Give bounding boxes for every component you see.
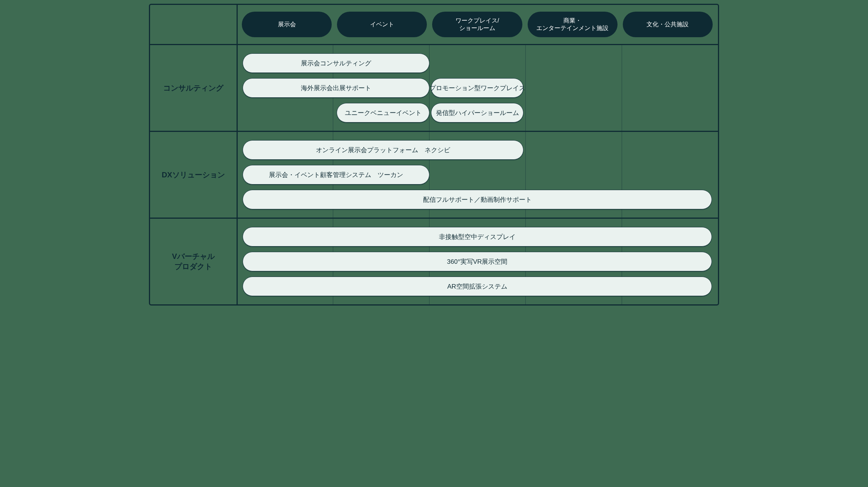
service-pill[interactable]: 発信型ハイパーショールーム	[431, 103, 524, 123]
row-label: コンサルティング	[150, 45, 237, 131]
service-pill[interactable]: 360°実写VR展示空間	[243, 252, 712, 271]
service-pill[interactable]: 海外展示会出展サポート	[243, 78, 429, 98]
row-matrix: オンライン展示会プラットフォーム ネクシビ展示会・イベント顧客管理システム ツー…	[237, 132, 718, 218]
row-label: DXソリューション	[150, 132, 237, 218]
service-pill[interactable]: プロモーション型ワークプレイス	[431, 78, 524, 98]
matrix-row: コンサルティング展示会コンサルティング海外展示会出展サポートプロモーション型ワー…	[150, 45, 718, 132]
column-header: イベント	[337, 12, 427, 37]
row-label: Vバーチャル プロダクト	[150, 219, 237, 304]
service-pill[interactable]: 展示会コンサルティング	[243, 53, 429, 73]
service-pill[interactable]: 配信フルサポート／動画制作サポート	[243, 190, 712, 209]
row-matrix: 展示会コンサルティング海外展示会出展サポートプロモーション型ワークプレイスユニー…	[237, 45, 718, 131]
column-header: 文化・公共施設	[623, 12, 713, 37]
column-header: ワークプレイス/ ショールーム	[432, 12, 522, 37]
service-pill[interactable]: オンライン展示会プラットフォーム ネクシビ	[243, 140, 524, 160]
matrix-row: Vバーチャル プロダクト非接触型空中ディスプレイ360°実写VR展示空間AR空間…	[150, 219, 718, 304]
service-pill[interactable]: 非接触型空中ディスプレイ	[243, 227, 712, 247]
column-header: 展示会	[242, 12, 332, 37]
service-pill[interactable]: AR空間拡張システム	[243, 277, 712, 296]
matrix-row: DXソリューションオンライン展示会プラットフォーム ネクシビ展示会・イベント顧客…	[150, 132, 718, 219]
column-header-row: 展示会イベントワークプレイス/ ショールーム商業・ エンターテインメント施設文化…	[150, 5, 718, 45]
row-matrix: 非接触型空中ディスプレイ360°実写VR展示空間AR空間拡張システム	[237, 219, 718, 304]
service-matrix: 展示会イベントワークプレイス/ ショールーム商業・ エンターテインメント施設文化…	[149, 4, 719, 306]
service-pill[interactable]: 展示会・イベント顧客管理システム ツーカン	[243, 165, 429, 185]
service-pill[interactable]: ユニークベニューイベント	[337, 103, 429, 123]
header-spacer	[150, 12, 237, 37]
column-header: 商業・ エンターテインメント施設	[528, 12, 618, 37]
